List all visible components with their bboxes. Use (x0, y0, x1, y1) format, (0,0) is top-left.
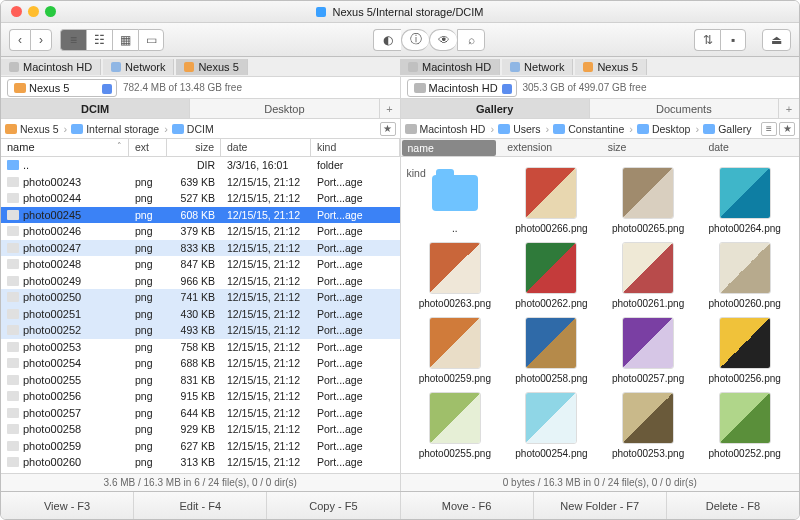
file-row[interactable]: photo00256png915 KB12/15/15, 21:12Port..… (1, 388, 400, 405)
file-row[interactable]: photo00260png313 KB12/15/15, 21:12Port..… (1, 454, 400, 471)
add-tab-right[interactable]: + (779, 99, 799, 118)
eject-button[interactable]: ⏏ (762, 29, 791, 51)
fn-edit-f4[interactable]: Edit - F4 (134, 492, 267, 519)
file-row[interactable]: photo00258png929 KB12/15/15, 21:12Port..… (1, 421, 400, 438)
col-name[interactable]: name˄ (1, 139, 129, 156)
fn-copy-f5[interactable]: Copy - F5 (267, 492, 400, 519)
grid-item[interactable]: photo00265.png (602, 167, 695, 234)
file-date: 12/15/15, 21:12 (221, 291, 311, 303)
grid-item[interactable]: photo00255.png (409, 392, 502, 459)
grid-item[interactable]: photo00256.png (698, 317, 791, 384)
grid-item[interactable]: photo00262.png (505, 242, 598, 309)
folder-icon (7, 160, 19, 170)
terminal-button[interactable]: ▪ (720, 29, 746, 51)
file-row[interactable]: ..DIR3/3/16, 16:01folder (1, 157, 400, 174)
file-row[interactable]: photo00250png741 KB12/15/15, 21:12Port..… (1, 289, 400, 306)
grid-item[interactable]: photo00261.png (602, 242, 695, 309)
back-button[interactable]: ‹ (9, 29, 30, 51)
gcol-size[interactable]: size (602, 139, 699, 157)
device-tab-label: Network (125, 61, 165, 73)
breadcrumb-item[interactable]: Nexus 5› (5, 123, 69, 135)
search-button[interactable]: ⌕ (457, 29, 485, 51)
file-row[interactable]: photo00246png379 KB12/15/15, 21:12Port..… (1, 223, 400, 240)
fn-move-f6[interactable]: Move - F6 (401, 492, 534, 519)
breadcrumb-item[interactable]: DCIM (172, 123, 214, 135)
gcol-ext[interactable]: extension (501, 139, 598, 157)
grid-item[interactable]: photo00264.png (698, 167, 791, 234)
volume-dropdown-right[interactable]: Macintosh HD (407, 79, 517, 97)
device-tab-nexus-5[interactable]: Nexus 5 (176, 59, 247, 75)
file-row[interactable]: photo00251png430 KB12/15/15, 21:12Port..… (1, 306, 400, 323)
info-button[interactable]: ⓘ (401, 29, 429, 51)
grid-item[interactable]: photo00260.png (698, 242, 791, 309)
chevron-right-icon: › (544, 123, 552, 135)
col-date[interactable]: date (221, 139, 311, 156)
file-ext: png (129, 357, 167, 369)
view-gallery-button[interactable]: ▭ (138, 29, 164, 51)
grid-item[interactable]: photo00258.png (505, 317, 598, 384)
file-row[interactable]: photo00245png608 KB12/15/15, 21:12Port..… (1, 207, 400, 224)
right-tools: ⇅ ▪ (694, 29, 746, 51)
breadcrumb-item[interactable]: Internal storage› (71, 123, 170, 135)
sync-button[interactable]: ⇅ (694, 29, 720, 51)
device-tab-nexus-5[interactable]: Nexus 5 (575, 59, 646, 75)
device-tab-macintosh-hd[interactable]: Macintosh HD (400, 59, 500, 75)
gcol-name[interactable]: name (402, 140, 497, 156)
view-list-button[interactable]: ≡ (60, 29, 86, 51)
fn-view-f3[interactable]: View - F3 (1, 492, 134, 519)
file-row[interactable]: photo00252png493 KB12/15/15, 21:12Port..… (1, 322, 400, 339)
file-row[interactable]: photo00247png833 KB12/15/15, 21:12Port..… (1, 240, 400, 257)
gcol-date[interactable]: date (702, 139, 799, 157)
breadcrumb-item[interactable]: Desktop› (637, 123, 701, 135)
view-grid-button[interactable]: ▦ (112, 29, 138, 51)
fn-new-folder-f7[interactable]: New Folder - F7 (534, 492, 667, 519)
breadcrumb-item[interactable]: Macintosh HD› (405, 123, 497, 135)
file-row[interactable]: photo00254png688 KB12/15/15, 21:12Port..… (1, 355, 400, 372)
grid-item[interactable]: photo00263.png (409, 242, 502, 309)
volume-dropdown-left[interactable]: Nexus 5 (7, 79, 117, 97)
col-ext[interactable]: ext (129, 139, 167, 156)
file-row[interactable]: photo00259png627 KB12/15/15, 21:12Port..… (1, 438, 400, 455)
favorite-right[interactable]: ★ (779, 122, 795, 136)
grid-item[interactable]: photo00259.png (409, 317, 502, 384)
tab-dcim[interactable]: DCIM (1, 99, 190, 118)
toggle-hidden-button[interactable]: ◐ (373, 29, 401, 51)
grid-item-label: photo00257.png (612, 373, 684, 384)
quicklook-button[interactable]: 👁 (429, 29, 457, 51)
view-columns-button[interactable]: ☷ (86, 29, 112, 51)
grid-item[interactable]: .. (409, 167, 502, 234)
grid-item[interactable]: photo00254.png (505, 392, 598, 459)
grid-item[interactable]: photo00253.png (602, 392, 695, 459)
favorite-left[interactable]: ★ (380, 122, 396, 136)
fn-delete-f8[interactable]: Delete - F8 (667, 492, 799, 519)
col-kind[interactable]: kind (311, 139, 400, 156)
tab-gallery[interactable]: Gallery (401, 99, 590, 118)
file-row[interactable]: photo00244png527 KB12/15/15, 21:12Port..… (1, 190, 400, 207)
add-tab-left[interactable]: + (380, 99, 400, 118)
device-tab-label: Nexus 5 (198, 61, 238, 73)
file-size: 644 KB (167, 407, 221, 419)
device-tab-network[interactable]: Network (502, 59, 573, 75)
breadcrumb-item[interactable]: Constantine› (553, 123, 635, 135)
device-tab-network[interactable]: Network (103, 59, 174, 75)
tab-desktop[interactable]: Desktop (190, 99, 379, 118)
history-right[interactable]: ≡ (761, 122, 777, 136)
file-row[interactable]: photo00253png758 KB12/15/15, 21:12Port..… (1, 339, 400, 356)
tab-documents[interactable]: Documents (590, 99, 779, 118)
file-list-left[interactable]: ..DIR3/3/16, 16:01folderphoto00243png639… (1, 157, 400, 473)
forward-button[interactable]: › (30, 29, 52, 51)
file-row[interactable]: photo00248png847 KB12/15/15, 21:12Port..… (1, 256, 400, 273)
file-row[interactable]: photo00249png966 KB12/15/15, 21:12Port..… (1, 273, 400, 290)
file-name: photo00258 (23, 423, 81, 435)
grid-item[interactable]: photo00252.png (698, 392, 791, 459)
grid-item[interactable]: photo00266.png (505, 167, 598, 234)
file-row[interactable]: photo00257png644 KB12/15/15, 21:12Port..… (1, 405, 400, 422)
file-grid-right[interactable]: ..photo00266.pngphoto00265.pngphoto00264… (401, 157, 800, 473)
file-row[interactable]: photo00255png831 KB12/15/15, 21:12Port..… (1, 372, 400, 389)
file-row[interactable]: photo00243png639 KB12/15/15, 21:12Port..… (1, 174, 400, 191)
grid-item[interactable]: photo00257.png (602, 317, 695, 384)
breadcrumb-item[interactable]: Gallery (703, 123, 751, 135)
device-tab-macintosh-hd[interactable]: Macintosh HD (1, 59, 101, 75)
col-size[interactable]: size (167, 139, 221, 156)
breadcrumb-item[interactable]: Users› (498, 123, 551, 135)
